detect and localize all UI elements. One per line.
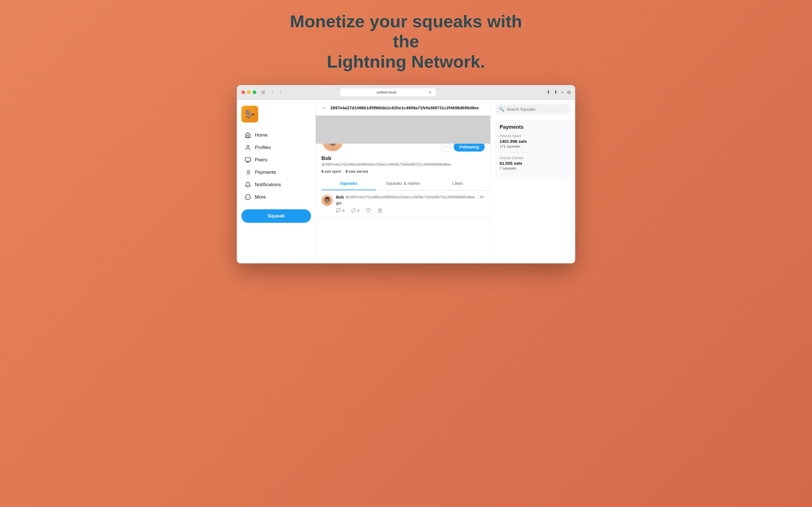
amount-spent-label: Amount Spent — [500, 134, 566, 138]
svg-point-0 — [247, 145, 249, 147]
profile-banner — [316, 115, 490, 144]
payments-title: Payments — [500, 124, 566, 130]
sidebar-toggle-button[interactable]: ⊞ — [260, 89, 267, 96]
amount-spent-section: Amount Spent 1401.998 sats 171 squeaks — [500, 134, 566, 149]
reply-action[interactable]: 0 — [336, 208, 344, 213]
search-icon: 🔍 — [499, 107, 504, 112]
headline-line2: Lightning Network. — [327, 52, 485, 71]
retweet-icon — [351, 208, 356, 213]
tabs-button[interactable]: ⧉ — [567, 89, 571, 95]
reply-icon — [336, 208, 341, 213]
download-button[interactable]: ⬇ — [546, 89, 550, 95]
sidebar-item-peers[interactable]: Peers — [241, 154, 311, 166]
monitor-icon — [245, 157, 251, 163]
more-circle-icon — [245, 194, 251, 200]
list-icon — [245, 169, 251, 175]
tab-squeaks-replies[interactable]: Squeaks & replies — [376, 177, 430, 190]
search-input[interactable] — [507, 107, 567, 112]
search-bar[interactable]: 🔍 — [495, 105, 571, 114]
sats-spent-value: 4 — [321, 169, 323, 173]
share-button[interactable]: ⬆ — [554, 89, 558, 95]
close-button[interactable] — [241, 91, 245, 94]
following-button[interactable]: Following — [454, 142, 485, 152]
squeak-button[interactable]: Squeak — [241, 209, 311, 223]
squeak-actions: 0 0 — [336, 208, 485, 213]
spent-squeaks-count: 171 squeaks — [500, 144, 566, 149]
address-bar[interactable]: umbrel.local ↻ — [340, 89, 436, 96]
sats-spent-stat: 4 sats spent — [321, 169, 341, 173]
sidebar: 🦫 Home Profiles Peers — [237, 100, 316, 263]
back-row: ← 2897e4a27d1496b1d5f960da1c92be1c4909a7… — [321, 105, 485, 111]
sats-earned-value: 0 — [346, 169, 348, 173]
sidebar-item-profiles[interactable]: Profiles — [241, 142, 311, 154]
squeak-item: 👨🏽 Bob @2897e4a27d1496b1d5f960da1c92be1c… — [316, 191, 490, 217]
bell-icon — [245, 182, 251, 188]
back-navigation-button[interactable]: ← — [321, 105, 327, 111]
sidebar-item-payments-label: Payments — [255, 170, 276, 175]
payments-divider — [500, 152, 566, 153]
browser-chrome: ⊞ ‹ › umbrel.local ↻ ⬇ ⬆ + ⧉ — [237, 85, 575, 100]
sidebar-item-notifications[interactable]: Notifications — [241, 179, 311, 191]
trash-icon — [377, 208, 382, 213]
amount-earned-section: Amount Earned 61.555 sats 7 squeaks — [500, 156, 566, 170]
browser-actions: ⬇ ⬆ + ⧉ — [546, 89, 571, 95]
squeak-meta: Bob @2897e4a27d1496b1d5f960da1c92be1c490… — [336, 194, 485, 200]
browser-window: ⊞ ‹ › umbrel.local ↻ ⬇ ⬆ + ⧉ 🦫 Home — [237, 85, 575, 263]
sidebar-item-peers-label: Peers — [255, 157, 267, 163]
amount-earned-label: Amount Earned — [500, 156, 566, 160]
sidebar-item-payments[interactable]: Payments — [241, 166, 311, 178]
squeak-time: 2h — [479, 195, 484, 199]
sidebar-item-notifications-label: Notifications — [255, 182, 281, 187]
squeak-avatar: 👨🏽 — [321, 194, 333, 206]
svg-rect-1 — [245, 158, 250, 161]
profile-handle: @2897e4a27d1496b1d5f960da1c92be1c4909a71… — [321, 162, 485, 166]
tab-liked[interactable]: Liked — [430, 177, 485, 190]
app-layout: 🦫 Home Profiles Peers — [237, 100, 575, 263]
minimize-button[interactable] — [247, 91, 251, 94]
profile-stats: 4 sats spent 0 sats earned — [321, 169, 485, 173]
sidebar-item-home-label: Home — [255, 132, 267, 138]
user-icon — [245, 145, 251, 151]
right-panel: 🔍 Payments Amount Spent 1401.998 sats 17… — [491, 100, 575, 263]
back-button[interactable]: ‹ — [270, 89, 275, 96]
delete-action[interactable] — [377, 208, 382, 213]
profile-header: ← 2897e4a27d1496b1d5f960da1c92be1c4909a7… — [316, 100, 490, 191]
headline: Monetize your squeaks with the Lightning… — [279, 11, 533, 71]
pubkey-text: 2897e4a27d1496b1d5f960da1c92be1c4909a71f… — [331, 105, 479, 111]
sats-earned-stat: 0 sats earned — [346, 169, 368, 173]
home-icon — [245, 132, 251, 138]
url-text: umbrel.local — [344, 90, 428, 94]
squeak-list: 👨🏽 Bob @2897e4a27d1496b1d5f960da1c92be1c… — [316, 191, 490, 217]
amount-spent-value: 1401.998 sats — [500, 139, 566, 144]
sidebar-item-more[interactable]: More — [241, 191, 311, 203]
like-action[interactable] — [366, 208, 371, 213]
svg-point-11 — [246, 197, 247, 198]
squeak-avatar-image: 👨🏽 — [321, 194, 333, 206]
main-content: ← 2897e4a27d1496b1d5f960da1c92be1c4909a7… — [316, 100, 491, 263]
payments-card: Payments Amount Spent 1401.998 sats 171 … — [495, 120, 571, 179]
profile-info: Bob @2897e4a27d1496b1d5f960da1c92be1c490… — [321, 156, 485, 177]
tab-squeaks[interactable]: Squeaks — [321, 177, 376, 190]
retweet-count: 0 — [357, 209, 359, 213]
squeak-body: Bob @2897e4a27d1496b1d5f960da1c92be1c490… — [336, 194, 485, 213]
amount-earned-value: 61.555 sats — [500, 161, 566, 166]
reload-button[interactable]: ↻ — [428, 90, 432, 95]
forward-button[interactable]: › — [278, 89, 283, 96]
heart-icon — [366, 208, 371, 213]
earned-squeaks-count: 7 squeaks — [500, 166, 566, 170]
profile-name: Bob — [321, 156, 485, 161]
app-logo: 🦫 — [241, 106, 258, 122]
squeak-author: Bob — [336, 195, 344, 200]
fullscreen-button[interactable] — [253, 91, 256, 94]
traffic-lights — [241, 91, 256, 94]
headline-line1: Monetize your squeaks with the — [290, 11, 522, 51]
reply-count: 0 — [342, 209, 344, 213]
svg-point-12 — [248, 197, 248, 198]
squeak-handle: @2897e4a27d1496b1d5f960da1c92be1c4909a71… — [345, 195, 475, 199]
sidebar-item-profiles-label: Profiles — [255, 145, 271, 151]
new-tab-button[interactable]: + — [561, 89, 564, 95]
retweet-action[interactable]: 0 — [351, 208, 359, 213]
squeak-text: gm — [336, 201, 485, 205]
sidebar-item-more-label: More — [255, 194, 266, 200]
sidebar-item-home[interactable]: Home — [241, 129, 311, 141]
